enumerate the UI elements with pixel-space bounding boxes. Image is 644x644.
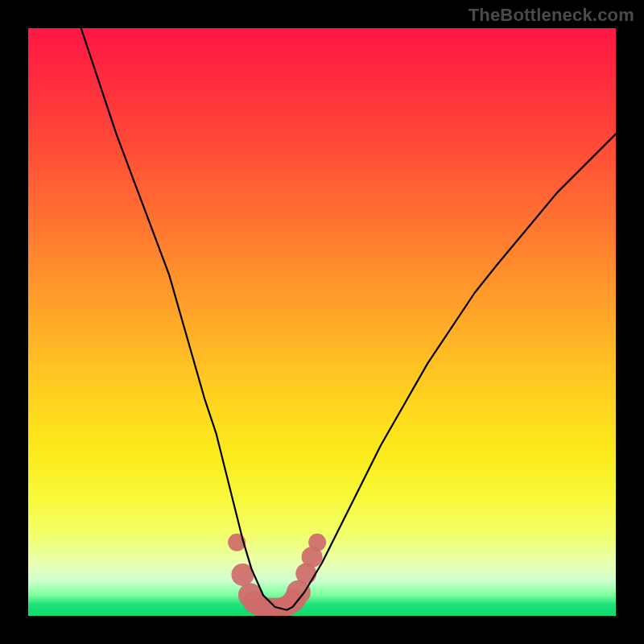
dot — [228, 534, 246, 551]
dot — [231, 564, 254, 586]
dot — [260, 598, 281, 616]
dot — [272, 597, 293, 616]
dot — [287, 580, 311, 605]
dot-band-layer — [228, 534, 326, 616]
dot — [243, 591, 266, 613]
dot — [278, 595, 299, 616]
dot — [238, 583, 262, 607]
dot — [249, 596, 270, 616]
dot — [254, 597, 275, 616]
dot — [295, 563, 316, 584]
dot — [283, 589, 305, 612]
chart-plot-area — [28, 28, 616, 616]
chart-frame: TheBottleneck.com — [0, 0, 644, 644]
watermark-text: TheBottleneck.com — [469, 5, 634, 26]
bottleneck-curve — [81, 28, 616, 610]
dot — [308, 534, 326, 551]
chart-svg — [28, 28, 616, 616]
dot — [302, 547, 323, 568]
dot — [266, 598, 287, 616]
